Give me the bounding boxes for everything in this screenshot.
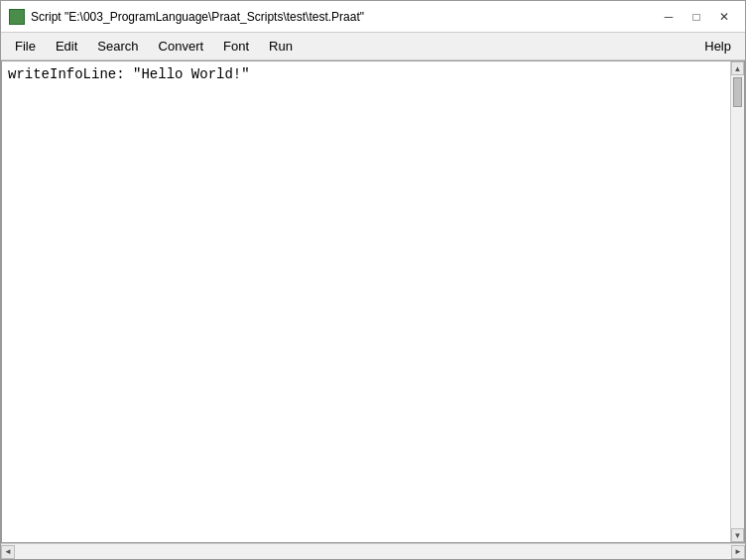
maximize-button[interactable]: □ [684, 7, 709, 27]
window-title: Script "E:\003_ProgramLanguage\Praat_Scr… [31, 10, 656, 24]
scroll-track-horizontal [15, 545, 731, 559]
script-editor[interactable] [2, 61, 730, 542]
main-window: Script "E:\003_ProgramLanguage\Praat_Scr… [0, 0, 746, 560]
bottom-bar: ◄ ► [1, 543, 745, 559]
scroll-left-button[interactable]: ◄ [1, 545, 15, 559]
minimize-button[interactable]: ─ [656, 7, 682, 27]
menu-bar: File Edit Search Convert Font Run Help [1, 33, 745, 60]
editor-area: ▲ ▼ [1, 60, 745, 543]
scroll-thumb-vertical[interactable] [733, 77, 742, 107]
scroll-track-vertical [731, 75, 744, 528]
menu-item-font[interactable]: Font [213, 35, 259, 57]
horizontal-scrollbar: ◄ ► [1, 545, 745, 559]
menu-item-run[interactable]: Run [259, 35, 303, 57]
close-button[interactable]: ✕ [711, 7, 737, 27]
title-bar: Script "E:\003_ProgramLanguage\Praat_Scr… [1, 1, 745, 33]
menu-item-file[interactable]: File [5, 35, 46, 57]
window-controls: ─ □ ✕ [656, 7, 737, 27]
app-icon [9, 9, 25, 25]
menu-item-search[interactable]: Search [87, 35, 148, 57]
scroll-up-button[interactable]: ▲ [731, 61, 744, 75]
vertical-scrollbar: ▲ ▼ [730, 61, 744, 542]
scroll-right-button[interactable]: ► [731, 545, 745, 559]
menu-item-convert[interactable]: Convert [149, 35, 214, 57]
menu-item-help[interactable]: Help [694, 35, 741, 57]
scroll-down-button[interactable]: ▼ [731, 528, 744, 542]
menu-item-edit[interactable]: Edit [46, 35, 87, 57]
